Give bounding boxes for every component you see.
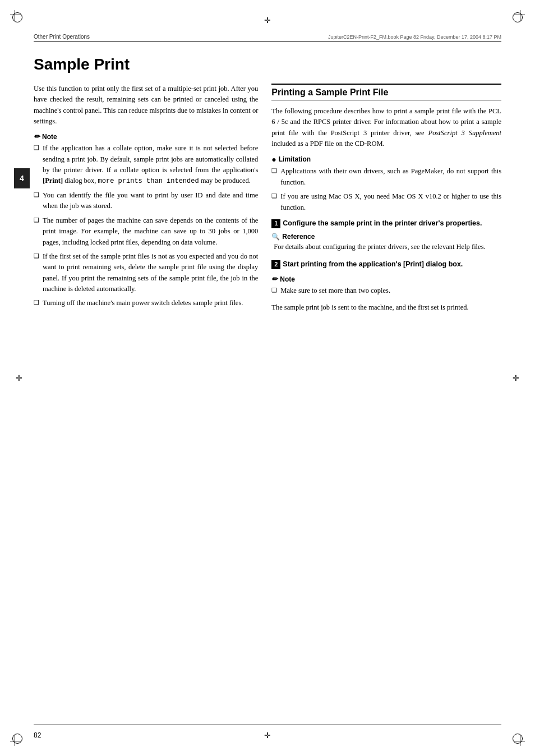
- note-icon: ✏: [34, 132, 40, 141]
- circle-mark-bl: [12, 734, 22, 744]
- step-2-block: 2 Start printing from the application's …: [271, 260, 501, 313]
- note-icon-2: ✏: [271, 275, 278, 283]
- content-area: 4 Sample Print Use this function to prin…: [34, 56, 501, 711]
- step-1-header: 1 Configure the sample print in the prin…: [271, 219, 501, 229]
- right-intro-text: The following procedure describes how to…: [271, 106, 501, 150]
- border-mark-right: ✛: [513, 374, 519, 383]
- page: ✛ ✛ ✛ ✛ Other Print Operations JupiterC2…: [0, 0, 535, 756]
- left-column: Use this function to print only the firs…: [34, 84, 258, 320]
- step-1-text: Configure the sample print in the printe…: [283, 219, 482, 229]
- list-item: Applications with their own drivers, suc…: [271, 166, 501, 188]
- border-mark-bottom: ✛: [264, 731, 271, 740]
- step-1-number: 1: [271, 219, 280, 228]
- note-label: ✏ Note: [34, 132, 258, 141]
- note-block: ✏ Note If the application has a collate …: [34, 132, 258, 308]
- step-2-number: 2: [271, 260, 280, 269]
- limitation-icon: ●: [271, 155, 276, 164]
- note-list: If the application has a collate option,…: [34, 143, 258, 308]
- chapter-tab: 4: [14, 168, 30, 188]
- limitation-list: Applications with their own drivers, suc…: [271, 166, 501, 213]
- section-heading: Printing a Sample Print File: [271, 84, 501, 100]
- page-title: Sample Print: [34, 56, 501, 73]
- list-item: If the application has a collate option,…: [34, 143, 258, 187]
- step-1-block: 1 Configure the sample print in the prin…: [271, 219, 501, 253]
- reference-block: 🔍 Reference For details about configurin…: [271, 233, 501, 252]
- two-column-layout: Use this function to print only the firs…: [34, 84, 501, 320]
- list-item: You can identify the file you want to pr…: [34, 190, 258, 212]
- circle-mark-br: [513, 734, 523, 744]
- page-number: 82: [34, 731, 41, 739]
- right-column: Printing a Sample Print File The followi…: [271, 84, 501, 320]
- limitation-label: ● Limitation: [271, 155, 501, 164]
- step-2-note-list: Make sure to set more than two copies.: [271, 285, 501, 296]
- file-info: JupiterC2EN-Print-F2_FM.book Page 82 Fri…: [328, 34, 501, 40]
- step-2-note-block: ✏ Note Make sure to set more than two co…: [271, 275, 501, 296]
- step-2-header: 2 Start printing from the application's …: [271, 260, 501, 270]
- border-mark-left: ✛: [16, 374, 22, 383]
- reference-label: 🔍 Reference: [271, 233, 501, 241]
- list-item: Turning off the machine's main power swi…: [34, 298, 258, 308]
- section-label: Other Print Operations: [34, 34, 90, 40]
- border-mark-top: ✛: [264, 16, 271, 25]
- limitation-block: ● Limitation Applications with their own…: [271, 155, 501, 213]
- list-item: If the first set of the sample print fil…: [34, 251, 258, 295]
- closing-text: The sample print job is sent to the mach…: [271, 302, 501, 313]
- bottom-rule: [34, 725, 501, 725]
- header-rule: [34, 41, 501, 42]
- list-item: The number of pages the machine can save…: [34, 215, 258, 248]
- intro-text: Use this function to print only the firs…: [34, 84, 258, 127]
- circle-mark-tl: [12, 12, 22, 22]
- page-header: Other Print Operations JupiterC2EN-Print…: [34, 34, 501, 42]
- step-2-text: Start printing from the application's [P…: [283, 260, 463, 270]
- reference-icon: 🔍: [271, 233, 280, 241]
- step-2-note-label: ✏ Note: [271, 275, 501, 283]
- circle-mark-tr: [513, 12, 523, 22]
- list-item: If you are using Mac OS X, you need Mac …: [271, 191, 501, 213]
- reference-text: For details about configuring the printe…: [274, 242, 501, 252]
- list-item: Make sure to set more than two copies.: [271, 285, 501, 296]
